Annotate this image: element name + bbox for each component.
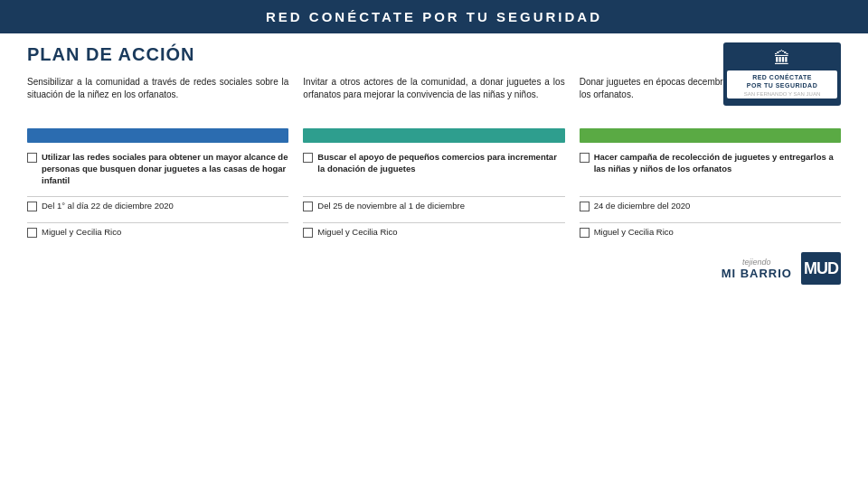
col2-bar [303,128,564,143]
tejiendo-logo: tejiendo MI BARRIO [722,258,792,280]
col1-date-checkbox[interactable] [27,202,37,211]
col3-date-wrap: 24 de diciembre del 2020 [572,201,841,219]
col2-person-item: Miguel y Cecilia Rico [303,227,564,239]
col2-action: Buscar el apoyo de pequeños comercios pa… [296,152,571,192]
logo-city: SAN FERNANDO Y SAN JUAN [731,91,834,97]
col1-bar-wrap [27,119,296,152]
mud-logo: MUD [801,252,841,285]
col2-date-item: Del 25 de noviembre al 1 de diciembre [303,201,564,212]
mi-barrio-title: MI BARRIO [722,267,792,280]
col1-date: Del 1° al día 22 de diciembre 2020 [42,201,174,212]
col2-text: Invitar a otros actores de la comunidad,… [303,76,564,119]
col2-desc: Invitar a otros actores de la comunidad,… [296,76,571,119]
col3-date: 24 de diciembre del 2020 [594,201,691,212]
col3-person: Miguel y Cecilia Rico [594,227,674,239]
col3-checkbox[interactable] [580,153,590,163]
mud-text: MUD [804,259,838,278]
header-title: RED CONÉCTATE POR TU SEGURIDAD [266,9,602,24]
footer-logos: tejiendo MI BARRIO MUD [27,252,841,285]
col1-action-text: Utilizar las redes sociales para obtener… [42,152,288,186]
descriptions-row: Sensibilizar a la comunidad a través de … [27,76,841,119]
col3-action-item: Hacer campaña de recolección de juguetes… [580,152,841,175]
col3-person-item: Miguel y Cecilia Rico [580,227,841,239]
col2-date-wrap: Del 25 de noviembre al 1 de diciembre [296,201,571,219]
col1-action-item: Utilizar las redes sociales para obtener… [27,152,288,186]
col1-bar [27,128,288,143]
col3-person-wrap: Miguel y Cecilia Rico [572,227,841,245]
dividers-row2 [27,219,841,227]
logo-badge-inner: RED CONÉCTATEPOR TU SEGURIDAD SAN FERNAN… [727,70,837,99]
col2-checkbox[interactable] [303,153,313,163]
people-row: Miguel y Cecilia Rico Miguel y Cecilia R… [27,227,841,245]
col1-person-item: Miguel y Cecilia Rico [27,227,288,239]
col3-date-checkbox[interactable] [580,202,590,211]
main-content: PLAN DE ACCIÓN 🏛 RED CONÉCTATEPOR TU SEG… [0,33,868,294]
col1-date-wrap: Del 1° al día 22 de diciembre 2020 [27,201,296,219]
col2-person-wrap: Miguel y Cecilia Rico [296,227,571,245]
logo-network-name: RED CONÉCTATEPOR TU SEGURIDAD [731,74,834,89]
col1-person-wrap: Miguel y Cecilia Rico [27,227,296,245]
bars-row [27,119,841,152]
col2-date-checkbox[interactable] [303,202,313,211]
col2-person-checkbox[interactable] [303,228,313,238]
col2-person: Miguel y Cecilia Rico [317,227,397,239]
logo-network-subtitle: POR TU SEGURIDAD [747,82,817,89]
col2-bar-wrap [296,119,571,152]
dividers-row [27,192,841,201]
col3-bar-wrap [572,119,841,152]
col2-action-item: Buscar el apoyo de pequeños comercios pa… [303,152,564,175]
col1-person: Miguel y Cecilia Rico [42,227,121,239]
actions-row: Utilizar las redes sociales para obtener… [27,152,841,192]
col1-date-item: Del 1° al día 22 de diciembre 2020 [27,201,288,212]
col2-date: Del 25 de noviembre al 1 de diciembre [317,201,465,212]
col3-action-text: Hacer campaña de recolección de juguetes… [594,152,841,175]
col1-person-checkbox[interactable] [27,228,37,238]
col1-action: Utilizar las redes sociales para obtener… [27,152,296,192]
page-title: PLAN DE ACCIÓN [27,44,841,65]
header: RED CONÉCTATE POR TU SEGURIDAD [0,0,868,33]
col3-action: Hacer campaña de recolección de juguetes… [572,152,841,192]
col3-person-checkbox[interactable] [580,228,590,238]
col1-checkbox[interactable] [27,153,37,163]
tejiendo-text: tejiendo [722,258,792,267]
dates-row: Del 1° al día 22 de diciembre 2020 Del 2… [27,201,841,219]
logo-badge: 🏛 RED CONÉCTATEPOR TU SEGURIDAD SAN FERN… [723,42,841,106]
col1-desc: Sensibilizar a la comunidad a través de … [27,76,296,119]
col3-bar [580,128,841,143]
col2-action-text: Buscar el apoyo de pequeños comercios pa… [317,152,564,175]
logo-icon: 🏛 [774,50,790,69]
col1-text: Sensibilizar a la comunidad a través de … [27,76,288,119]
col3-date-item: 24 de diciembre del 2020 [580,201,841,212]
